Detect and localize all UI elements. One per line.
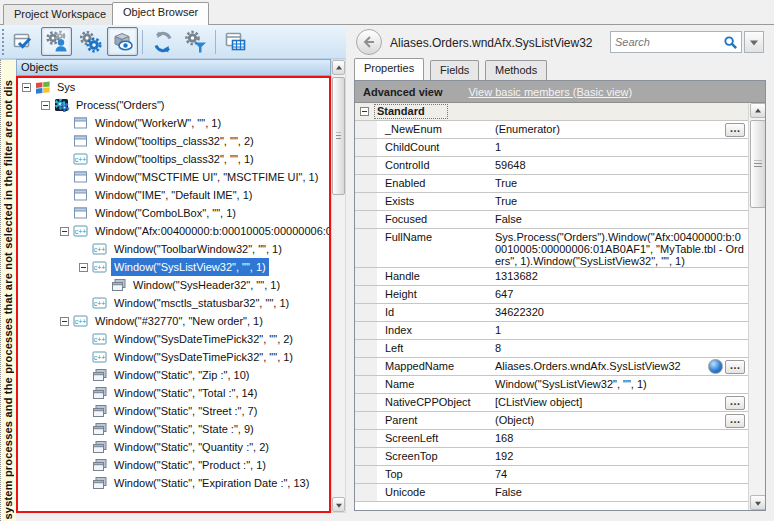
tree-item-label[interactable]: Window("SysDateTimePick32", "", 1) [111, 348, 296, 366]
ellipsis-button[interactable]: … [725, 414, 745, 428]
basic-view-link[interactable]: View basic members (Basic view) [468, 86, 632, 98]
property-row[interactable]: FocusedFalse [355, 211, 748, 229]
property-row[interactable]: Top74 [355, 466, 748, 484]
tree-item[interactable]: Window("MSCTFIME UI", "MSCTFIME UI", 1) [18, 168, 329, 186]
property-row[interactable]: Height647 [355, 286, 748, 304]
tree-item-label[interactable]: Process("Orders") [73, 96, 168, 114]
tree-item-label[interactable]: Window("Static", "Zip :", 10) [111, 366, 252, 384]
tree-item-label[interactable]: Window("ToolbarWindow32", "", 1) [111, 240, 285, 258]
tree-scroll-thumb[interactable] [332, 77, 345, 195]
tree-item[interactable]: c++Window("msctls_statusbar32", "", 1) [18, 294, 329, 312]
tree-item[interactable]: Window("SysHeader32", "", 1) [18, 276, 329, 294]
property-row[interactable]: Parent(Object)… [355, 412, 748, 430]
tree-item-label[interactable]: Window("SysHeader32", "", 1) [130, 276, 283, 294]
tab-fields[interactable]: Fields [430, 60, 479, 80]
property-row[interactable]: Handle1313682 [355, 268, 748, 286]
property-row[interactable]: ScreenLeft168 [355, 430, 748, 448]
tab-project-workspace[interactable]: Project Workspace [3, 4, 117, 25]
property-row[interactable]: Id34622320 [355, 304, 748, 322]
property-row[interactable]: MappedNameAliases.Orders.wndAfx.SysListV… [355, 358, 748, 376]
view-object-button[interactable] [107, 27, 138, 56]
tree-collapse-icon[interactable] [79, 263, 88, 272]
tree-scrollbar[interactable] [331, 59, 346, 513]
grid-scroll-down-button[interactable] [750, 495, 766, 510]
property-row[interactable]: _NewEnum(Enumerator)… [355, 121, 748, 139]
tree-item-label[interactable]: Window("MSCTFIME UI", "MSCTFIME UI", 1) [92, 168, 321, 186]
tab-properties[interactable]: Properties [354, 58, 424, 80]
tree-item-label[interactable]: Window("Static", "Quantity :", 2) [111, 438, 272, 456]
property-row[interactable]: UnicodeFalse [355, 484, 748, 502]
tree-item-label[interactable]: Window("SysListView32", "", 1) [111, 258, 269, 276]
search-options-dropdown[interactable] [744, 31, 764, 53]
property-row[interactable]: Left8 [355, 340, 748, 358]
panels-button[interactable] [220, 27, 251, 56]
grid-scroll-thumb[interactable] [750, 120, 766, 208]
tree-item[interactable]: Window("WorkerW", "", 1) [18, 114, 329, 132]
grid-scroll-up-button[interactable] [750, 103, 766, 118]
tree-scroll-down-button[interactable] [332, 497, 345, 512]
tree-item[interactable]: Window("Static", "Street :", 7) [18, 402, 329, 420]
tree-item-label[interactable]: Window("msctls_statusbar32", "", 1) [111, 294, 292, 312]
tree-item[interactable]: c++Window("ToolbarWindow32", "", 1) [18, 240, 329, 258]
property-row[interactable]: ExistsTrue [355, 193, 748, 211]
tree-item-label[interactable]: Window("tooltips_class32", "", 1) [92, 150, 257, 168]
tree-item-label[interactable]: Window("ComboLBox", "", 1) [92, 204, 239, 222]
tree-item-label[interactable]: Window("Static", "Product :", 1) [111, 456, 269, 474]
tree-item-label[interactable]: Window("Afx:00400000:b:00010005:00000006… [92, 222, 331, 240]
property-row[interactable]: Index1 [355, 322, 748, 340]
tree-item-label[interactable]: Window("WorkerW", "", 1) [92, 114, 224, 132]
tree-item[interactable]: Sys [18, 78, 329, 96]
property-row[interactable]: ChildCount1 [355, 139, 748, 157]
tree-item[interactable]: Window("Static", "State :", 9) [18, 420, 329, 438]
refresh-button[interactable] [147, 27, 178, 56]
filter-button[interactable] [180, 27, 211, 56]
tab-methods[interactable]: Methods [485, 60, 547, 80]
tree-item[interactable]: Window("Static", "Quantity :", 2) [18, 438, 329, 456]
tree-scroll-up-button[interactable] [332, 60, 345, 75]
tree-item[interactable]: c++Window("Afx:00400000:b:00010005:00000… [18, 222, 329, 240]
tree-collapse-icon[interactable] [22, 83, 31, 92]
tree-item-label[interactable]: Sys [54, 78, 78, 96]
tree-collapse-icon[interactable] [60, 317, 69, 326]
tree-item[interactable]: c++Window("tooltips_class32", "", 1) [18, 150, 329, 168]
property-row[interactable]: NameWindow("SysListView32", "", 1) [355, 376, 748, 394]
tree-item[interactable]: Window("ComboLBox", "", 1) [18, 204, 329, 222]
tree-item-label[interactable]: Window("SysDateTimePick32", "", 2) [111, 330, 296, 348]
property-row[interactable]: FullNameSys.Process("Orders").Window("Af… [355, 229, 748, 268]
tree-item[interactable]: Window("Static", "Product :", 1) [18, 456, 329, 474]
property-row[interactable]: NativeCPPObject[CListView object]… [355, 394, 748, 412]
tree-item[interactable]: c++Window("SysListView32", "", 1) [18, 258, 329, 276]
tree-collapse-icon[interactable] [60, 227, 69, 236]
tree-item-label[interactable]: Window("tooltips_class32", "", 2) [92, 132, 257, 150]
grid-scrollbar[interactable] [748, 103, 765, 510]
search-icon[interactable] [723, 35, 738, 50]
select-object-button[interactable] [8, 27, 39, 56]
tree-item[interactable]: Window("Static", "Zip :", 10) [18, 366, 329, 384]
property-row[interactable]: ScreenTop192 [355, 448, 748, 466]
ellipsis-button[interactable]: … [725, 396, 745, 410]
tree-item[interactable]: c++Window("#32770", "New order", 1) [18, 312, 329, 330]
search-input[interactable] [615, 33, 717, 51]
tree-item[interactable]: Window("tooltips_class32", "", 2) [18, 132, 329, 150]
tree-item[interactable]: c++Window("SysDateTimePick32", "", 2) [18, 330, 329, 348]
property-row[interactable]: ControlId59648 [355, 157, 748, 175]
ellipsis-button[interactable]: … [725, 360, 745, 374]
tree-item-label[interactable]: Window("Static", "Total :", 14) [111, 384, 260, 402]
tree-item[interactable]: Window("Static", "Total :", 14) [18, 384, 329, 402]
ellipsis-button[interactable]: … [725, 123, 745, 137]
property-row[interactable]: EnabledTrue [355, 175, 748, 193]
tree-item[interactable]: c++Window("SysDateTimePick32", "", 1) [18, 348, 329, 366]
tree-item-label[interactable]: Window("Static", "State :", 9) [111, 420, 257, 438]
tree-item-label[interactable]: Window("IME", "Default IME", 1) [92, 186, 255, 204]
group-header-standard[interactable]: Standard [355, 103, 748, 121]
tree-item[interactable]: Process("Orders") [18, 96, 329, 114]
tree-item-label[interactable]: Window("Static", "Street :", 7) [111, 402, 260, 420]
tab-object-browser[interactable]: Object Browser [112, 2, 209, 25]
tree-item-label[interactable]: Window("Static", "Expiration Date :", 13… [111, 474, 312, 492]
tree-item[interactable]: Window("IME", "Default IME", 1) [18, 186, 329, 204]
back-button[interactable] [356, 29, 382, 55]
mapped-name-icon[interactable] [708, 359, 723, 374]
tree-item[interactable]: Window("Static", "Expiration Date :", 13… [18, 474, 329, 492]
tree-item-label[interactable]: Window("#32770", "New order", 1) [92, 312, 266, 330]
group-collapse-icon[interactable] [360, 107, 369, 116]
